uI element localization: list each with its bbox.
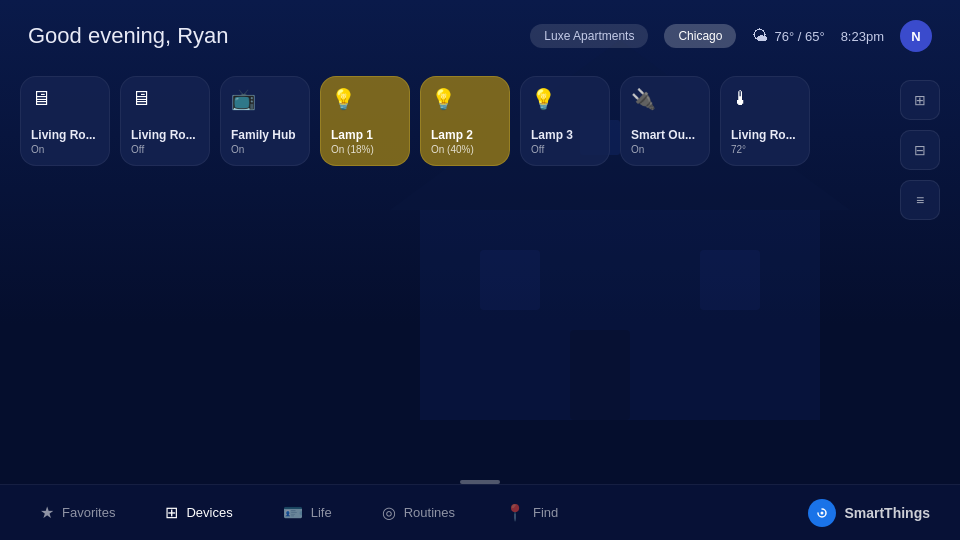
device-icon-lamp-3: 💡 — [531, 87, 556, 111]
location-badge-city[interactable]: Chicago — [664, 24, 736, 48]
device-name-living-ro-2: Living Ro... — [131, 128, 199, 142]
list-view-button[interactable]: ≡ — [900, 180, 940, 220]
nav-label-favorites: Favorites — [62, 505, 115, 520]
device-name-lamp-2: Lamp 2 — [431, 128, 499, 142]
nav-label-find: Find — [533, 505, 558, 520]
smartthings-brand: SmartThings — [808, 499, 930, 527]
header: Good evening, Ryan Luxe Apartments Chica… — [0, 0, 960, 62]
device-card-lamp-2[interactable]: 💡Lamp 2On (40%) — [420, 76, 510, 166]
device-name-smart-ou: Smart Ou... — [631, 128, 699, 142]
device-status-lamp-1: On (18%) — [331, 144, 374, 155]
device-status-living-ro-2: Off — [131, 144, 144, 155]
svg-rect-4 — [700, 250, 760, 310]
device-card-living-ro-3[interactable]: 🌡Living Ro...72° — [720, 76, 810, 166]
device-status-family-hub: On — [231, 144, 244, 155]
device-name-living-ro-3: Living Ro... — [731, 128, 799, 142]
device-card-living-ro-1[interactable]: 🖥Living Ro...On — [20, 76, 110, 166]
device-icon-lamp-1: 💡 — [331, 87, 356, 111]
nav-icon-routines: ◎ — [382, 503, 396, 522]
user-avatar[interactable]: N — [900, 20, 932, 52]
device-icon-lamp-2: 💡 — [431, 87, 456, 111]
device-icon-smart-ou: 🔌 — [631, 87, 656, 111]
svg-point-7 — [821, 511, 824, 514]
svg-rect-2 — [480, 250, 540, 310]
device-card-lamp-3[interactable]: 💡Lamp 3Off — [520, 76, 610, 166]
svg-rect-5 — [570, 330, 630, 420]
nav-label-routines: Routines — [404, 505, 455, 520]
nav-label-life: Life — [311, 505, 332, 520]
nav-icon-favorites: ★ — [40, 503, 54, 522]
nav-item-favorites[interactable]: ★Favorites — [30, 497, 125, 528]
grid-view-button[interactable]: ⊞ — [900, 80, 940, 120]
device-icon-family-hub: 📺 — [231, 87, 256, 111]
device-name-family-hub: Family Hub — [231, 128, 299, 142]
device-card-family-hub[interactable]: 📺Family HubOn — [220, 76, 310, 166]
nav-icon-life: 🪪 — [283, 503, 303, 522]
nav-item-find[interactable]: 📍Find — [495, 497, 568, 528]
layout-view-button[interactable]: ⊟ — [900, 130, 940, 170]
smartthings-label: SmartThings — [844, 505, 930, 521]
smartthings-icon — [808, 499, 836, 527]
nav-item-routines[interactable]: ◎Routines — [372, 497, 465, 528]
device-status-living-ro-1: On — [31, 144, 44, 155]
device-name-lamp-1: Lamp 1 — [331, 128, 399, 142]
device-name-living-ro-1: Living Ro... — [31, 128, 99, 142]
device-card-lamp-1[interactable]: 💡Lamp 1On (18%) — [320, 76, 410, 166]
device-name-lamp-3: Lamp 3 — [531, 128, 599, 142]
bottom-nav: ★Favorites⊞Devices🪪Life◎Routines📍Find Sm… — [0, 484, 960, 540]
device-status-living-ro-3: 72° — [731, 144, 746, 155]
nav-items: ★Favorites⊞Devices🪪Life◎Routines📍Find — [30, 497, 568, 528]
device-icon-living-ro-1: 🖥 — [31, 87, 51, 110]
nav-item-devices[interactable]: ⊞Devices — [155, 497, 242, 528]
weather-info: 🌤 76° / 65° — [752, 27, 824, 45]
device-status-lamp-3: Off — [531, 144, 544, 155]
greeting-text: Good evening, Ryan — [28, 23, 229, 49]
device-status-lamp-2: On (40%) — [431, 144, 474, 155]
device-icon-living-ro-2: 🖥 — [131, 87, 151, 110]
device-status-smart-ou: On — [631, 144, 644, 155]
view-controls: ⊞⊟≡ — [900, 80, 940, 220]
device-icon-living-ro-3: 🌡 — [731, 87, 751, 110]
location-badge-apartments[interactable]: Luxe Apartments — [530, 24, 648, 48]
header-right: Luxe Apartments Chicago 🌤 76° / 65° 8:23… — [530, 20, 932, 52]
weather-icon: 🌤 — [752, 27, 768, 45]
nav-icon-devices: ⊞ — [165, 503, 178, 522]
device-card-living-ro-2[interactable]: 🖥Living Ro...Off — [120, 76, 210, 166]
nav-icon-find: 📍 — [505, 503, 525, 522]
nav-label-devices: Devices — [186, 505, 232, 520]
nav-item-life[interactable]: 🪪Life — [273, 497, 342, 528]
weather-temp: 76° / 65° — [774, 29, 824, 44]
clock: 8:23pm — [841, 29, 884, 44]
device-card-smart-ou[interactable]: 🔌Smart Ou...On — [620, 76, 710, 166]
devices-area: 🖥Living Ro...On🖥Living Ro...Off📺Family H… — [0, 62, 960, 166]
